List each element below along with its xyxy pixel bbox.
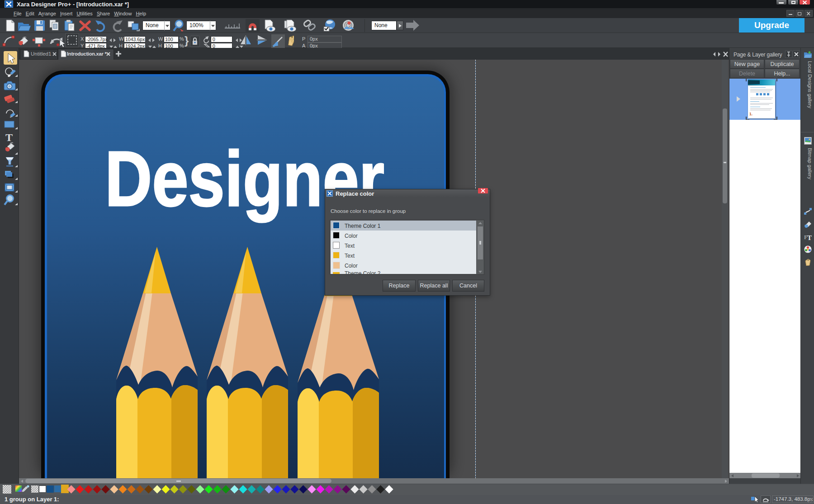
svg-text:T: T (807, 234, 812, 240)
svg-text:T: T (5, 132, 13, 143)
